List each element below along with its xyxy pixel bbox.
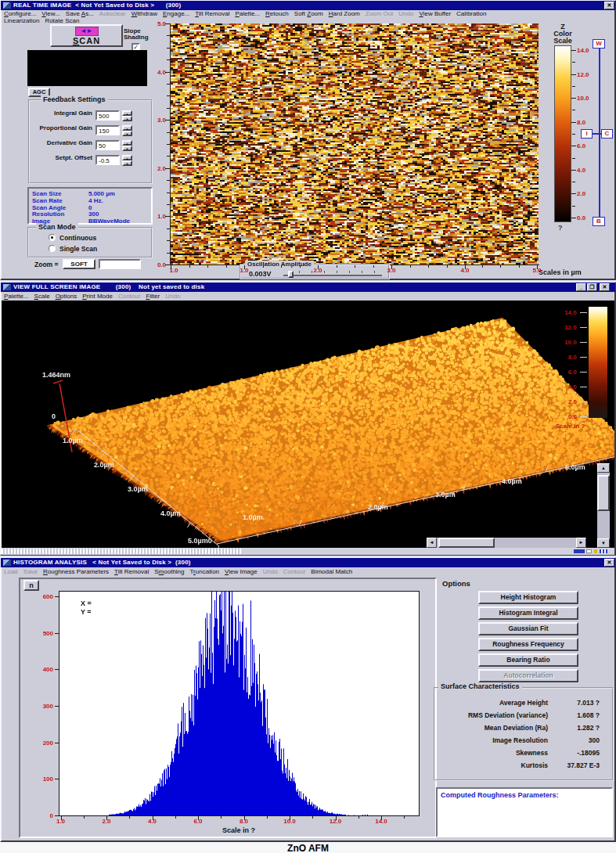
- minimize-button[interactable]: _: [576, 283, 586, 291]
- axis-tick: [106, 816, 107, 820]
- menu-item-view[interactable]: View...: [41, 10, 59, 17]
- white-level-handle[interactable]: W: [593, 39, 605, 49]
- menu-item-filter[interactable]: Filter: [146, 293, 160, 300]
- histogram-titlebar[interactable]: HISTOGRAM ANALYSIS < Not Yet Saved to Di…: [1, 558, 615, 567]
- menu-item-view-buffer[interactable]: View Buffer: [419, 10, 451, 17]
- feedback-input-derivative-gain[interactable]: 50: [95, 140, 120, 150]
- menu-item-linearization[interactable]: Linearization: [4, 17, 39, 24]
- hist-y-tick-label: 600: [33, 593, 53, 600]
- maximize-button[interactable]: ❐: [587, 283, 597, 291]
- z-scale-tick-label: 8.0: [577, 119, 594, 126]
- close-button[interactable]: ✕: [600, 283, 610, 291]
- contrast-handle[interactable]: C: [601, 129, 613, 139]
- oscillation-slider-track[interactable]: [283, 275, 382, 276]
- slope-shading-label: Slope Shading: [124, 28, 158, 41]
- z-scale-tick: [571, 122, 576, 123]
- menu-item-hard-zoom[interactable]: Hard Zoom: [329, 10, 360, 17]
- feedback-input-setpt-offset[interactable]: -0.5: [95, 155, 120, 165]
- z-scale-tick-label: 6.0: [577, 142, 594, 149]
- menu-item-palette[interactable]: Palette...: [4, 293, 29, 300]
- slider-tick: [349, 271, 350, 273]
- option-button-bearing-ratio[interactable]: Bearing Ratio: [478, 653, 578, 667]
- hscroll-thumb[interactable]: [438, 538, 495, 548]
- menu-item-withdraw[interactable]: Withdraw: [131, 10, 157, 17]
- spinner-up[interactable]: ▲: [122, 125, 132, 131]
- hscroll-left-button[interactable]: ◄: [427, 538, 437, 548]
- hist-y-tick-label: 400: [33, 666, 53, 673]
- menu-item-tilt-removal[interactable]: Tilt Removal: [114, 568, 149, 575]
- axis-minor-tick: [447, 265, 448, 268]
- close-button[interactable]: ✕: [604, 559, 614, 567]
- fullscreen-titlebar[interactable]: VIEW FULL SCREEN IMAGE (300) Not yet sav…: [1, 283, 615, 292]
- spinner-up[interactable]: ▲: [122, 110, 132, 116]
- menu-item-scale[interactable]: Scale: [34, 293, 50, 300]
- menu-item-options[interactable]: Options: [56, 293, 77, 300]
- menu-item-print-mode[interactable]: Print Mode: [82, 293, 113, 300]
- axis-minor-tick: [167, 193, 170, 193]
- scan-button[interactable]: ◄► SCAN: [50, 24, 123, 47]
- hist-y-tick-label: 500: [33, 630, 53, 637]
- close-button[interactable]: ✕: [604, 2, 614, 9]
- status-fragment: [594, 549, 597, 553]
- menu-item-palette[interactable]: Palette...: [235, 10, 260, 17]
- radio-single-scan[interactable]: [49, 245, 56, 252]
- black-level-handle[interactable]: B: [593, 217, 605, 226]
- surface-right-axis-label: 3.0µm: [435, 491, 456, 498]
- axis-tick: [61, 816, 62, 820]
- slider-tick: [374, 271, 375, 273]
- menu-item-view-image[interactable]: View Image: [225, 568, 258, 575]
- status-fragment: [600, 549, 607, 553]
- menu-item-contour: Contour: [283, 568, 305, 575]
- spinner-up[interactable]: ▲: [122, 140, 132, 146]
- option-button-histogram-integral[interactable]: Histogram Integral: [478, 606, 578, 620]
- spinner-down[interactable]: ▼: [122, 131, 132, 136]
- vscroll-thumb[interactable]: [597, 475, 610, 511]
- scan-image-canvas[interactable]: [171, 23, 539, 265]
- hscroll-right-button[interactable]: ►: [576, 538, 586, 548]
- menu-item-calibration[interactable]: Calibration: [456, 10, 486, 17]
- spinner-down[interactable]: ▼: [122, 160, 132, 166]
- radio-label-continuous: Continuous: [59, 234, 96, 242]
- radio-continuous[interactable]: [49, 234, 56, 241]
- zoom-field[interactable]: [99, 259, 141, 269]
- axis-minor-tick: [300, 265, 301, 268]
- option-button-height-histogram[interactable]: Height Histogram: [478, 591, 578, 604]
- menu-item-smoothing[interactable]: Smoothing: [154, 568, 184, 575]
- menu-item-soft-zoom[interactable]: Soft Zoom: [294, 10, 323, 17]
- spinner-up[interactable]: ▲: [122, 155, 132, 160]
- realtime-titlebar[interactable]: REAL TIME IMAGE < Not Yet Saved to Disk …: [1, 1, 615, 10]
- oscillation-slider-thumb[interactable]: [288, 271, 294, 278]
- feedback-input-proportional-gain[interactable]: 150: [95, 125, 120, 135]
- menu-item-save-as[interactable]: Save As...: [66, 10, 94, 17]
- intensity-handle[interactable]: I: [581, 129, 593, 139]
- z-scale-tick-label: 0.0: [577, 214, 594, 221]
- surface-characteristics-title: Surface Characteristics: [438, 682, 522, 690]
- menu-item-truncation[interactable]: Truncation: [190, 568, 220, 575]
- spinner-down[interactable]: ▼: [122, 116, 132, 121]
- vscroll-down-button[interactable]: ▼: [597, 538, 610, 548]
- surface-scale-tick-label: 14.0: [551, 309, 577, 316]
- zoom-soft-button[interactable]: SOFT: [63, 259, 95, 269]
- scan-mode-group: [27, 227, 153, 258]
- n-button[interactable]: n: [23, 580, 39, 591]
- menu-item-retouch[interactable]: Retouch: [265, 10, 289, 17]
- menu-item-rotate-scan[interactable]: Rotate Scan: [45, 17, 79, 24]
- spinner-down[interactable]: ▼: [122, 146, 132, 151]
- axis-minor-tick: [167, 240, 170, 241]
- fullscreen-menubar: Palette...ScaleOptionsPrint ModeContourF…: [2, 293, 614, 301]
- menu-item-engage[interactable]: Engage...: [163, 10, 189, 17]
- z-scale-minor-tick: [572, 62, 575, 63]
- histogram-xlabel: Scale in ?: [160, 826, 317, 834]
- menu-item-roughness-parameters[interactable]: Roughness Parameters: [43, 568, 109, 575]
- vscroll-up-button[interactable]: ▲: [597, 463, 610, 473]
- menu-item-bimodal-match[interactable]: Bimodal Match: [311, 568, 352, 575]
- option-button-roughness-frequency[interactable]: Roughness Frequency: [478, 638, 578, 651]
- menu-item-tilt-removal[interactable]: Tilt Removal: [195, 10, 229, 17]
- axis-minor-tick: [167, 132, 170, 133]
- feedback-input-integral-gain[interactable]: 500: [95, 110, 120, 121]
- oscillation-amplitude-title: Oscillation Amplitude: [245, 261, 314, 268]
- menu-item-configure[interactable]: Configure...: [4, 10, 36, 17]
- y-axis-tick-label: 5.0: [147, 20, 166, 27]
- option-button-gaussian-fit[interactable]: Gaussian Fit: [478, 622, 578, 635]
- surface-scale-tick: [580, 357, 587, 358]
